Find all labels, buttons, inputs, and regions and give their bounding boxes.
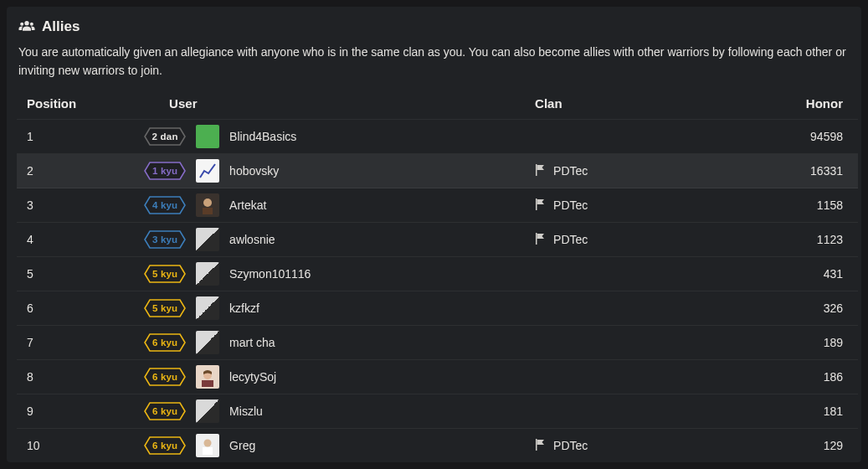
avatar[interactable] (196, 228, 219, 251)
avatar[interactable] (196, 159, 219, 183)
svg-point-7 (203, 198, 212, 207)
table-row: 3 4 kyu Artekat PDTec 1158 (17, 188, 858, 223)
cell-position: 8 (17, 360, 136, 394)
flag-icon (535, 198, 545, 213)
panel-title: Allies (42, 18, 80, 35)
username-link[interactable]: Miszlu (229, 405, 263, 418)
cell-user: 5 kyu Szymon101116 (136, 257, 526, 291)
cell-position: 10 (17, 429, 136, 459)
table-scroll[interactable]: Position User Clan Honor 1 2 dan Blind4B… (17, 91, 858, 459)
table-row: 10 6 kyu Greg PDTec 129 (17, 429, 858, 459)
rank-label: 6 kyu (152, 338, 177, 348)
table-row: 2 1 kyu hobovsky PDTec 16331 (17, 154, 858, 188)
cell-honor: 1123 (764, 223, 858, 257)
username-link[interactable]: Artekat (229, 198, 266, 212)
rank-badge: 5 kyu (144, 299, 186, 317)
cell-honor: 181 (764, 394, 858, 429)
cell-user: 1 kyu hobovsky (136, 154, 526, 188)
table-row: 5 5 kyu Szymon101116 431 (17, 257, 858, 291)
username-link[interactable]: Blind4Basics (229, 130, 296, 143)
cell-clan (526, 326, 764, 360)
cell-clan: PDTec (526, 429, 764, 459)
avatar[interactable] (196, 296, 219, 320)
rank-badge: 4 kyu (144, 196, 186, 214)
svg-rect-11 (536, 233, 537, 245)
cell-clan (526, 120, 764, 154)
avatar[interactable] (196, 399, 219, 423)
rank-label: 5 kyu (152, 303, 177, 313)
cell-user: 6 kyu Greg (136, 429, 526, 459)
table-row: 8 6 kyu lecytySoj 186 (17, 360, 858, 394)
svg-rect-17 (202, 380, 213, 387)
username-link[interactable]: mart cha (229, 336, 275, 349)
rank-label: 5 kyu (152, 269, 177, 279)
username-link[interactable]: kzfkzf (229, 302, 259, 315)
cell-user: 6 kyu lecytySoj (136, 360, 526, 394)
col-clan: Clan (526, 91, 764, 120)
rank-badge: 3 kyu (144, 230, 186, 249)
allies-table: Position User Clan Honor 1 2 dan Blind4B… (17, 91, 858, 459)
col-honor: Honor (764, 91, 858, 120)
cell-clan (526, 257, 764, 291)
cell-user: 6 kyu Miszlu (136, 394, 526, 429)
rank-badge: 2 dan (144, 127, 186, 146)
cell-position: 9 (17, 394, 136, 429)
avatar[interactable] (196, 262, 219, 286)
username-link[interactable]: awlosnie (229, 233, 275, 246)
rank-label: 2 dan (152, 131, 178, 142)
cell-position: 2 (17, 154, 136, 188)
cell-position: 4 (17, 223, 136, 257)
rank-label: 6 kyu (152, 406, 177, 416)
svg-point-2 (30, 22, 33, 25)
cell-honor: 186 (764, 360, 858, 394)
username-link[interactable]: hobovsky (229, 164, 279, 178)
cell-position: 3 (17, 188, 136, 223)
cell-position: 6 (17, 291, 136, 326)
rank-badge: 6 kyu (144, 436, 186, 455)
flag-icon (535, 164, 545, 178)
avatar[interactable] (196, 365, 219, 389)
cell-honor: 1158 (764, 188, 858, 223)
username-link[interactable]: Szymon101116 (229, 267, 311, 281)
svg-rect-22 (536, 439, 537, 451)
svg-point-0 (24, 21, 28, 25)
avatar[interactable] (196, 125, 219, 148)
panel-description: You are automatically given an allegianc… (7, 40, 861, 91)
cell-honor: 189 (764, 326, 858, 360)
svg-rect-5 (536, 164, 537, 176)
panel-header: Allies (7, 7, 861, 40)
cell-user: 5 kyu kzfkzf (136, 291, 526, 326)
clan-link[interactable]: PDTec (553, 233, 588, 246)
flag-icon (535, 233, 545, 247)
clan-link[interactable]: PDTec (553, 439, 588, 452)
cell-user: 3 kyu awlosnie (136, 223, 526, 257)
avatar[interactable] (196, 193, 219, 217)
rank-label: 3 kyu (152, 234, 177, 245)
table-row: 9 6 kyu Miszlu 181 (17, 394, 858, 429)
allies-panel: Allies You are automatically given an al… (7, 7, 861, 462)
rank-badge: 6 kyu (144, 402, 186, 420)
table-header-row: Position User Clan Honor (17, 91, 858, 120)
avatar[interactable] (196, 434, 219, 457)
clan-link[interactable]: PDTec (553, 198, 588, 212)
cell-position: 7 (17, 326, 136, 360)
col-user: User (136, 91, 526, 120)
cell-clan: PDTec (526, 223, 764, 257)
cell-honor: 326 (764, 291, 858, 326)
col-position: Position (17, 91, 136, 120)
avatar[interactable] (196, 331, 219, 354)
rank-label: 4 kyu (152, 200, 177, 210)
svg-point-20 (204, 440, 212, 447)
username-link[interactable]: Greg (229, 439, 255, 452)
cell-honor: 16331 (764, 154, 858, 188)
rank-badge: 6 kyu (144, 333, 186, 352)
cell-clan: PDTec (526, 188, 764, 223)
clan-link[interactable]: PDTec (553, 164, 588, 178)
username-link[interactable]: lecytySoj (229, 370, 276, 384)
cell-clan (526, 360, 764, 394)
allies-icon (18, 19, 35, 35)
rank-badge: 6 kyu (144, 368, 186, 386)
cell-user: 6 kyu mart cha (136, 326, 526, 360)
table-row: 4 3 kyu awlosnie PDTec 1123 (17, 223, 858, 257)
rank-label: 6 kyu (152, 441, 177, 451)
